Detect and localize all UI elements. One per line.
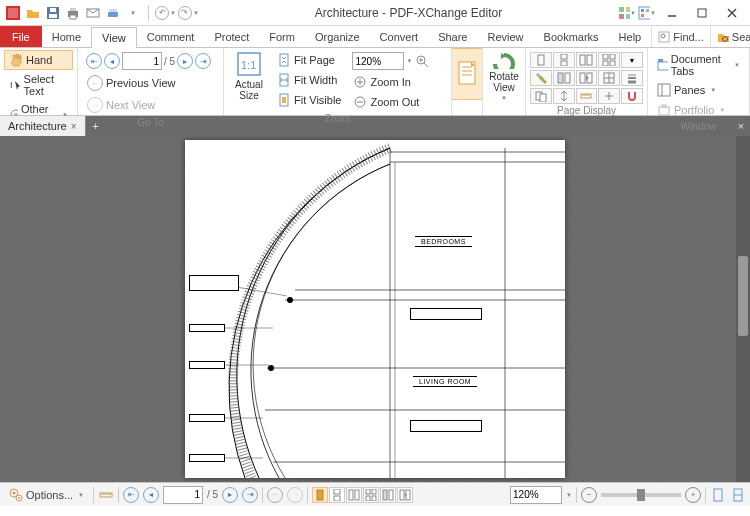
status-bar: Options...▼ ⇤ ◂ / 5 ▸ ⇥ ← → ▼ − + [0, 482, 750, 506]
zoom-in-magnifier-icon[interactable] [414, 53, 430, 69]
svg-rect-124 [389, 490, 393, 500]
grid-icon[interactable] [598, 70, 620, 86]
status-next-view[interactable]: → [287, 487, 303, 503]
previous-view-button[interactable]: ←Previous View [82, 72, 219, 94]
next-page-button[interactable]: ▸ [177, 53, 193, 69]
note-1 [410, 308, 482, 320]
menu-share[interactable]: Share [428, 26, 477, 47]
print-icon[interactable] [64, 4, 82, 22]
menu-comment[interactable]: Comment [137, 26, 205, 47]
svg-text:1:1: 1:1 [241, 59, 256, 71]
minimize-button[interactable] [658, 3, 686, 23]
status-zoom-input[interactable] [510, 486, 562, 504]
status-prev-view[interactable]: ← [267, 487, 283, 503]
status-next-page[interactable]: ▸ [222, 487, 238, 503]
status-fit-width-icon[interactable] [730, 487, 746, 503]
search-button[interactable]: Search... [710, 26, 750, 47]
status-continuous-icon[interactable] [329, 487, 345, 503]
qat-dropdown-icon[interactable]: ▼ [124, 4, 142, 22]
zoom-level-input[interactable] [352, 52, 404, 70]
status-two-cont-icon[interactable] [363, 487, 379, 503]
menu-bookmarks[interactable]: Bookmarks [534, 26, 609, 47]
layout-dropdown[interactable]: ▼ [621, 52, 643, 68]
open-icon[interactable] [24, 4, 42, 22]
menu-help[interactable]: Help [609, 26, 652, 47]
menu-organize[interactable]: Organize [305, 26, 370, 47]
first-page-button[interactable]: ⇤ [86, 53, 102, 69]
undo-button[interactable]: ↶▼ [155, 6, 176, 20]
rulers-icon[interactable] [576, 88, 598, 104]
zoom-in-button[interactable]: Zoom In [348, 72, 434, 92]
page-thumbnails-button[interactable] [452, 48, 482, 100]
fit-page-button[interactable]: Fit Page [272, 50, 346, 70]
scan-icon[interactable] [104, 4, 122, 22]
status-page-input[interactable] [163, 486, 203, 504]
document-tab[interactable]: Architecture × [0, 116, 86, 136]
status-single-page-icon[interactable] [312, 487, 328, 503]
select-text-tool[interactable]: ISelect Text [4, 70, 73, 100]
show-gaps-icon[interactable] [530, 70, 552, 86]
continuous-icon[interactable] [553, 52, 575, 68]
svg-rect-60 [565, 73, 570, 83]
fit-visible-button[interactable]: Fit Visible [272, 90, 346, 110]
fit-width-button[interactable]: Fit Width [272, 70, 346, 90]
prev-page-button[interactable]: ◂ [104, 53, 120, 69]
document-tabs-button[interactable]: Document Tabs▼ [652, 50, 745, 80]
guides-icon[interactable] [598, 88, 620, 104]
save-icon[interactable] [44, 4, 62, 22]
document-viewport[interactable]: BEDROOMS LIVING ROOM [0, 136, 750, 482]
status-zoom-out[interactable]: − [581, 487, 597, 503]
status-two-page-icon[interactable] [346, 487, 362, 503]
ui-options-icon[interactable]: ▼ [618, 4, 636, 22]
launch-icon[interactable]: ▼ [638, 4, 656, 22]
redo-button[interactable]: ↷▼ [178, 6, 199, 20]
app-icon [4, 4, 22, 22]
close-button[interactable] [718, 3, 746, 23]
options-button[interactable]: Options...▼ [4, 485, 89, 505]
zoom-out-button[interactable]: Zoom Out [348, 92, 434, 112]
two-pages-icon[interactable] [576, 52, 598, 68]
menu-protect[interactable]: Protect [204, 26, 259, 47]
close-all-tabs-icon[interactable]: × [732, 116, 750, 136]
status-fit-page-icon[interactable] [710, 487, 726, 503]
file-menu[interactable]: File [0, 26, 42, 47]
next-view-button[interactable]: →Next View [82, 94, 219, 116]
measure-tool-icon[interactable] [98, 487, 114, 503]
menu-review[interactable]: Review [477, 26, 533, 47]
hand-tool[interactable]: Hand [4, 50, 73, 70]
panes-button[interactable]: Panes▼ [652, 80, 745, 100]
menu-view[interactable]: View [91, 27, 137, 48]
status-cover-icon[interactable] [380, 487, 396, 503]
status-last-page[interactable]: ⇥ [242, 487, 258, 503]
autoscroll-icon[interactable] [553, 88, 575, 104]
svg-rect-121 [366, 496, 370, 501]
transitions-icon[interactable] [530, 88, 552, 104]
menu-home[interactable]: Home [42, 26, 91, 47]
maximize-button[interactable] [688, 3, 716, 23]
zoom-slider[interactable] [601, 493, 681, 497]
show-cover-icon[interactable] [553, 70, 575, 86]
menu-convert[interactable]: Convert [370, 26, 429, 47]
status-first-page[interactable]: ⇤ [123, 487, 139, 503]
status-prev-page[interactable]: ◂ [143, 487, 159, 503]
actual-size-button[interactable]: 1:1 Actual Size [228, 50, 270, 102]
thin-lines-icon[interactable] [621, 70, 643, 86]
new-tab-button[interactable]: + [86, 116, 106, 136]
rotate-view-button[interactable]: Rotate View▼ [487, 50, 521, 102]
pdf-page[interactable]: BEDROOMS LIVING ROOM [185, 140, 565, 478]
single-page-icon[interactable] [530, 52, 552, 68]
menu-form[interactable]: Form [259, 26, 305, 47]
last-page-button[interactable]: ⇥ [195, 53, 211, 69]
status-zoom-in[interactable]: + [685, 487, 701, 503]
rtl-icon[interactable] [576, 70, 598, 86]
snap-icon[interactable] [621, 88, 643, 104]
scrollbar-thumb[interactable] [738, 256, 748, 336]
status-rtl-icon[interactable] [397, 487, 413, 503]
email-icon[interactable] [84, 4, 102, 22]
page-input[interactable] [122, 52, 162, 70]
tab-close-icon[interactable]: × [71, 121, 77, 132]
zoom-slider-handle[interactable] [637, 489, 645, 501]
vertical-scrollbar[interactable] [736, 136, 750, 482]
find-button[interactable]: Find... [651, 26, 710, 47]
two-pages-cont-icon[interactable] [598, 52, 620, 68]
